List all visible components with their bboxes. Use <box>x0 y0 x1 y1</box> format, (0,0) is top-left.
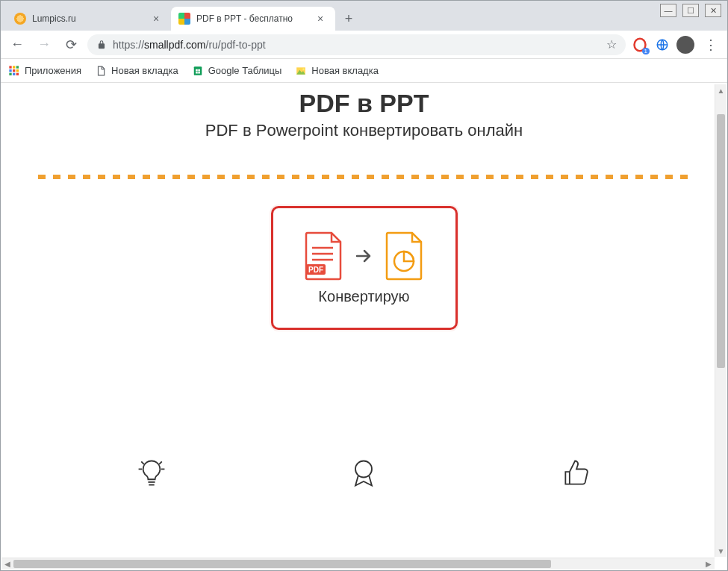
scroll-left-button[interactable]: ◀ <box>1 558 13 570</box>
page-content: PDF в PPT PDF в Powerpoint конвертироват… <box>1 89 727 490</box>
apps-icon <box>8 65 20 77</box>
bookmark-new-tab-1[interactable]: Новая вкладка <box>95 65 178 77</box>
bookmark-apps[interactable]: Приложения <box>8 65 81 77</box>
conversion-status-text: Конвертирую <box>318 288 409 305</box>
award-icon <box>347 457 380 490</box>
minimize-button[interactable]: — <box>660 4 676 17</box>
forward-button[interactable]: → <box>34 34 55 55</box>
svg-rect-4 <box>16 66 19 68</box>
address-bar[interactable]: https://smallpdf.com/ru/pdf-to-ppt ☆ <box>87 34 626 55</box>
horizontal-scrollbar[interactable]: ◀ ▶ <box>1 558 715 570</box>
bookmarks-bar: Приложения Новая вкладка Google Таблицы … <box>1 59 727 83</box>
lightbulb-icon <box>135 457 168 490</box>
svg-text:PDF: PDF <box>308 266 323 274</box>
svg-rect-8 <box>9 72 11 75</box>
favicon-icon <box>14 13 26 25</box>
tab-strip: Lumpics.ru × PDF в PPT - бесплатно × + <box>1 1 727 31</box>
sheets-icon <box>192 65 204 77</box>
avatar-icon[interactable] <box>676 36 694 54</box>
scroll-right-button[interactable]: ▶ <box>703 558 715 570</box>
lock-icon <box>96 40 107 50</box>
svg-rect-10 <box>16 72 19 75</box>
close-tab-icon[interactable]: × <box>317 13 328 24</box>
scroll-down-button[interactable]: ▼ <box>715 545 727 557</box>
conversion-status-box: PDF Конвертир <box>271 206 458 330</box>
conversion-icon-row: PDF <box>303 231 426 281</box>
page-viewport: PDF в PPT PDF в Powerpoint конвертироват… <box>1 83 727 558</box>
svg-rect-7 <box>16 69 19 72</box>
vertical-scrollbar[interactable]: ▲ ▼ <box>715 84 727 557</box>
dashed-border-top <box>38 175 690 179</box>
tab-title: PDF в PPT - бесплатно <box>196 13 311 24</box>
window-controls: — ☐ ✕ <box>660 4 721 17</box>
svg-point-17 <box>303 68 305 69</box>
svg-line-28 <box>141 461 144 464</box>
browser-tab-lumpics[interactable]: Lumpics.ru × <box>7 7 171 31</box>
bookmark-label: Приложения <box>25 65 81 76</box>
bookmark-star-icon[interactable]: ☆ <box>606 37 617 52</box>
url-text: https://smallpdf.com/ru/pdf-to-ppt <box>113 39 266 51</box>
bookmark-google-sheets[interactable]: Google Таблицы <box>192 65 282 77</box>
svg-point-30 <box>355 461 372 478</box>
extension-badge: 1 <box>642 48 650 54</box>
bookmark-new-tab-2[interactable]: Новая вкладка <box>295 65 379 77</box>
thumbs-up-icon <box>560 457 593 490</box>
image-icon <box>295 65 307 77</box>
close-tab-icon[interactable]: × <box>153 13 164 24</box>
bookmark-label: Новая вкладка <box>311 65 379 76</box>
page-subtitle: PDF в Powerpoint конвертировать онлайн <box>1 121 727 140</box>
file-icon <box>95 65 107 77</box>
svg-rect-2 <box>9 66 11 68</box>
converter-panel: PDF Конвертир <box>38 175 690 412</box>
favicon-icon <box>178 13 190 25</box>
globe-extension-icon[interactable] <box>654 37 671 53</box>
browser-window: — ☐ ✕ Lumpics.ru × PDF в PPT - бесплатно… <box>0 0 728 571</box>
back-button[interactable]: ← <box>7 34 28 55</box>
arrow-right-icon <box>355 249 373 263</box>
new-tab-button[interactable]: + <box>338 8 359 29</box>
close-window-button[interactable]: ✕ <box>705 4 721 17</box>
opera-extension-icon[interactable]: 1 <box>632 37 648 53</box>
horizontal-scroll-thumb[interactable] <box>13 560 551 568</box>
browser-tab-smallpdf[interactable]: PDF в PPT - бесплатно × <box>171 7 335 31</box>
vertical-scroll-thumb[interactable] <box>717 114 725 368</box>
features-row <box>46 457 682 490</box>
svg-rect-5 <box>9 69 11 72</box>
browser-menu-button[interactable]: ⋮ <box>700 34 721 55</box>
reload-button[interactable]: ⟳ <box>60 34 81 55</box>
bookmark-label: Новая вкладка <box>111 65 178 76</box>
page-title: PDF в PPT <box>1 89 727 118</box>
svg-rect-3 <box>13 66 15 68</box>
tab-title: Lumpics.ru <box>32 13 147 24</box>
ppt-file-icon <box>384 231 426 281</box>
pdf-file-icon: PDF <box>303 231 345 281</box>
maximize-button[interactable]: ☐ <box>682 4 699 17</box>
bookmark-label: Google Таблицы <box>208 65 282 76</box>
scroll-up-button[interactable]: ▲ <box>715 84 727 96</box>
browser-toolbar: ← → ⟳ https://smallpdf.com/ru/pdf-to-ppt… <box>1 31 727 59</box>
svg-rect-9 <box>13 72 15 75</box>
svg-line-29 <box>159 461 162 464</box>
svg-rect-6 <box>13 69 15 72</box>
